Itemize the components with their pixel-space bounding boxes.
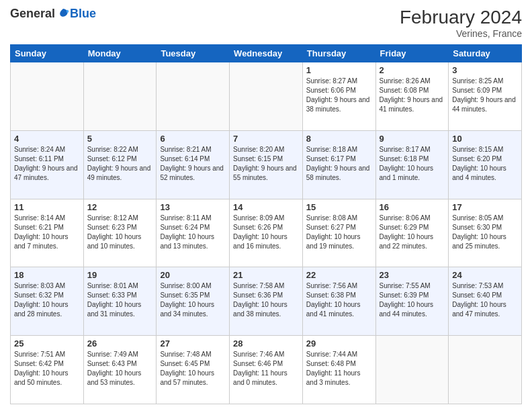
day-number: 4 — [14, 134, 80, 144]
day-number: 25 — [14, 338, 80, 349]
calendar-cell: 27Sunrise: 7:48 AM Sunset: 6:45 PM Dayli… — [157, 336, 230, 404]
day-info: Sunrise: 8:01 AM Sunset: 6:33 PM Dayligh… — [87, 281, 153, 319]
day-number: 26 — [87, 338, 153, 349]
calendar-header-monday: Monday — [83, 45, 157, 62]
day-number: 1 — [306, 65, 372, 75]
day-number: 24 — [452, 270, 518, 280]
calendar-week-row: 18Sunrise: 8:03 AM Sunset: 6:32 PM Dayli… — [11, 267, 522, 336]
day-info: Sunrise: 8:17 AM Sunset: 6:18 PM Dayligh… — [380, 145, 445, 183]
calendar-week-row: 4Sunrise: 8:24 AM Sunset: 6:11 PM Daylig… — [11, 130, 522, 199]
calendar-cell: 26Sunrise: 7:49 AM Sunset: 6:43 PM Dayli… — [83, 336, 157, 404]
calendar-cell — [83, 62, 157, 131]
calendar-cell: 11Sunrise: 8:14 AM Sunset: 6:21 PM Dayli… — [11, 199, 84, 267]
calendar-cell: 5Sunrise: 8:22 AM Sunset: 6:12 PM Daylig… — [83, 130, 157, 199]
calendar-cell: 23Sunrise: 7:55 AM Sunset: 6:39 PM Dayli… — [375, 267, 449, 336]
calendar-cell: 10Sunrise: 8:15 AM Sunset: 6:20 PM Dayli… — [449, 130, 522, 199]
calendar-cell: 13Sunrise: 8:11 AM Sunset: 6:24 PM Dayli… — [157, 199, 230, 267]
day-number: 16 — [380, 202, 445, 212]
month-title: February 2024 — [400, 7, 522, 28]
day-info: Sunrise: 8:09 AM Sunset: 6:26 PM Dayligh… — [233, 214, 299, 251]
day-number: 3 — [452, 65, 518, 75]
calendar-cell: 17Sunrise: 8:05 AM Sunset: 6:30 PM Dayli… — [449, 199, 522, 267]
calendar-cell: 8Sunrise: 8:18 AM Sunset: 6:17 PM Daylig… — [302, 130, 375, 199]
day-info: Sunrise: 8:12 AM Sunset: 6:23 PM Dayligh… — [87, 214, 153, 251]
calendar-cell: 15Sunrise: 8:08 AM Sunset: 6:27 PM Dayli… — [302, 199, 375, 267]
day-info: Sunrise: 8:11 AM Sunset: 6:24 PM Dayligh… — [160, 214, 226, 251]
calendar-cell: 6Sunrise: 8:21 AM Sunset: 6:14 PM Daylig… — [157, 130, 230, 199]
day-number: 2 — [380, 65, 445, 75]
day-info: Sunrise: 8:22 AM Sunset: 6:12 PM Dayligh… — [87, 145, 153, 183]
calendar-table: SundayMondayTuesdayWednesdayThursdayFrid… — [10, 44, 522, 404]
calendar-cell: 21Sunrise: 7:58 AM Sunset: 6:36 PM Dayli… — [230, 267, 303, 336]
day-number: 23 — [380, 270, 445, 280]
calendar-cell: 25Sunrise: 7:51 AM Sunset: 6:42 PM Dayli… — [11, 336, 84, 404]
day-number: 6 — [160, 134, 226, 144]
calendar-header-tuesday: Tuesday — [157, 45, 230, 62]
title-section: February 2024 Verines, France — [400, 7, 522, 39]
day-number: 17 — [452, 202, 518, 212]
day-info: Sunrise: 8:06 AM Sunset: 6:29 PM Dayligh… — [380, 214, 445, 251]
calendar-cell: 2Sunrise: 8:26 AM Sunset: 6:08 PM Daylig… — [375, 62, 449, 131]
day-info: Sunrise: 8:14 AM Sunset: 6:21 PM Dayligh… — [14, 214, 80, 251]
calendar-header-thursday: Thursday — [302, 45, 375, 62]
day-number: 9 — [380, 134, 445, 144]
calendar-cell — [449, 336, 522, 404]
day-number: 11 — [14, 202, 80, 212]
calendar-header-row: SundayMondayTuesdayWednesdayThursdayFrid… — [11, 45, 522, 62]
header: General Blue February 2024 Verines, Fran… — [10, 7, 522, 39]
day-info: Sunrise: 8:27 AM Sunset: 6:06 PM Dayligh… — [306, 77, 372, 114]
calendar-header-friday: Friday — [375, 45, 449, 62]
calendar-cell — [11, 62, 84, 131]
day-info: Sunrise: 7:51 AM Sunset: 6:42 PM Dayligh… — [14, 350, 80, 387]
day-info: Sunrise: 8:15 AM Sunset: 6:20 PM Dayligh… — [452, 145, 518, 183]
day-info: Sunrise: 8:18 AM Sunset: 6:17 PM Dayligh… — [306, 145, 372, 183]
day-info: Sunrise: 8:24 AM Sunset: 6:11 PM Dayligh… — [14, 145, 80, 183]
logo: General Blue — [10, 7, 96, 21]
calendar-cell: 20Sunrise: 8:00 AM Sunset: 6:35 PM Dayli… — [157, 267, 230, 336]
calendar-cell: 1Sunrise: 8:27 AM Sunset: 6:06 PM Daylig… — [302, 62, 375, 131]
calendar-cell: 19Sunrise: 8:01 AM Sunset: 6:33 PM Dayli… — [83, 267, 157, 336]
day-number: 12 — [87, 202, 153, 212]
day-number: 21 — [233, 270, 299, 280]
location: Verines, France — [400, 28, 522, 39]
day-info: Sunrise: 8:25 AM Sunset: 6:09 PM Dayligh… — [452, 77, 518, 114]
calendar-cell: 14Sunrise: 8:09 AM Sunset: 6:26 PM Dayli… — [230, 199, 303, 267]
page: General Blue February 2024 Verines, Fran… — [0, 0, 532, 411]
day-number: 8 — [306, 134, 372, 144]
day-info: Sunrise: 8:03 AM Sunset: 6:32 PM Dayligh… — [14, 281, 80, 319]
day-info: Sunrise: 7:55 AM Sunset: 6:39 PM Dayligh… — [380, 281, 445, 319]
day-info: Sunrise: 7:53 AM Sunset: 6:40 PM Dayligh… — [452, 281, 518, 319]
day-number: 18 — [14, 270, 80, 280]
calendar-cell: 29Sunrise: 7:44 AM Sunset: 6:48 PM Dayli… — [302, 336, 375, 404]
day-number: 27 — [160, 338, 226, 349]
calendar-week-row: 25Sunrise: 7:51 AM Sunset: 6:42 PM Dayli… — [11, 336, 522, 404]
day-number: 28 — [233, 338, 299, 349]
calendar-cell — [230, 62, 303, 131]
calendar-cell: 3Sunrise: 8:25 AM Sunset: 6:09 PM Daylig… — [449, 62, 522, 131]
logo-blue-text: Blue — [70, 7, 96, 21]
calendar-header-saturday: Saturday — [449, 45, 522, 62]
calendar-cell: 7Sunrise: 8:20 AM Sunset: 6:15 PM Daylig… — [230, 130, 303, 199]
day-number: 29 — [306, 338, 372, 349]
day-info: Sunrise: 8:20 AM Sunset: 6:15 PM Dayligh… — [233, 145, 299, 183]
day-info: Sunrise: 8:05 AM Sunset: 6:30 PM Dayligh… — [452, 214, 518, 251]
logo-bird-icon — [56, 7, 70, 21]
calendar-cell: 18Sunrise: 8:03 AM Sunset: 6:32 PM Dayli… — [11, 267, 84, 336]
calendar-cell — [375, 336, 449, 404]
calendar-header-sunday: Sunday — [11, 45, 84, 62]
day-number: 7 — [233, 134, 299, 144]
calendar-cell — [157, 62, 230, 131]
day-info: Sunrise: 7:46 AM Sunset: 6:46 PM Dayligh… — [233, 350, 299, 387]
day-number: 5 — [87, 134, 153, 144]
day-number: 20 — [160, 270, 226, 280]
calendar-header-wednesday: Wednesday — [230, 45, 303, 62]
calendar-cell: 28Sunrise: 7:46 AM Sunset: 6:46 PM Dayli… — [230, 336, 303, 404]
calendar-week-row: 11Sunrise: 8:14 AM Sunset: 6:21 PM Dayli… — [11, 199, 522, 267]
calendar-cell: 22Sunrise: 7:56 AM Sunset: 6:38 PM Dayli… — [302, 267, 375, 336]
day-number: 19 — [87, 270, 153, 280]
day-info: Sunrise: 7:58 AM Sunset: 6:36 PM Dayligh… — [233, 281, 299, 319]
day-number: 15 — [306, 202, 372, 212]
calendar-cell: 4Sunrise: 8:24 AM Sunset: 6:11 PM Daylig… — [11, 130, 84, 199]
calendar-cell: 12Sunrise: 8:12 AM Sunset: 6:23 PM Dayli… — [83, 199, 157, 267]
day-info: Sunrise: 7:56 AM Sunset: 6:38 PM Dayligh… — [306, 281, 372, 319]
